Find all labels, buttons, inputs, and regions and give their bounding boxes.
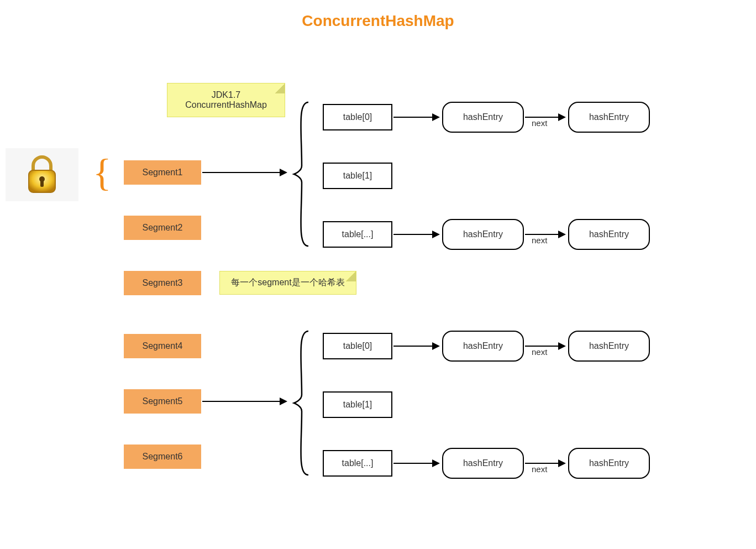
brace-icon: {	[93, 154, 112, 192]
next-label: next	[532, 118, 547, 128]
arrow-head-icon	[558, 459, 566, 467]
lock-icon	[24, 155, 60, 195]
segment-4: Segment4	[124, 334, 201, 358]
segment-3: Segment3	[124, 271, 201, 295]
arrow-head-icon	[558, 342, 566, 350]
hash-entry: hashEntry	[442, 448, 524, 479]
note-jdk-line1: JDK1.7	[176, 90, 276, 100]
note-jdk: JDK1.7 ConcurrentHashMap	[167, 83, 285, 117]
segment-1: Segment1	[124, 160, 201, 185]
arrow-line	[202, 172, 280, 173]
arrow-line	[393, 234, 432, 235]
hash-entry: hashEntry	[568, 448, 650, 479]
arrow-line	[202, 401, 280, 402]
arrow-head-icon	[558, 231, 566, 238]
table-cell-na: table[...]	[323, 221, 392, 248]
arrow-head-icon	[280, 169, 287, 176]
table-cell-1b: table[1]	[323, 391, 392, 418]
segment-6: Segment6	[124, 445, 201, 469]
arrow-line	[525, 463, 558, 464]
brace-group-2	[292, 328, 312, 478]
hash-entry: hashEntry	[442, 331, 524, 362]
table-cell-nb: table[...]	[323, 450, 392, 477]
arrow-head-icon	[432, 459, 440, 467]
hash-entry: hashEntry	[568, 331, 650, 362]
arrow-head-icon	[558, 113, 566, 121]
arrow-head-icon	[432, 231, 440, 238]
next-label: next	[532, 236, 547, 245]
brace-group-1	[292, 100, 312, 249]
next-label: next	[532, 464, 547, 474]
next-label: next	[532, 347, 547, 357]
hash-entry: hashEntry	[442, 102, 524, 133]
diagram-title: ConcurrentHashMap	[0, 12, 756, 30]
segment-2: Segment2	[124, 216, 201, 240]
arrow-line	[525, 117, 558, 118]
arrow-head-icon	[432, 342, 440, 350]
arrow-line	[525, 346, 558, 347]
note-jdk-line2: ConcurrentHashMap	[176, 100, 276, 110]
segment-5: Segment5	[124, 389, 201, 414]
arrow-line	[393, 463, 432, 464]
hash-entry: hashEntry	[568, 102, 650, 133]
note-segment-desc: 每一个segment是一个哈希表	[219, 271, 356, 295]
lock-container	[6, 148, 78, 201]
table-cell-1a: table[1]	[323, 163, 392, 189]
arrow-line	[393, 117, 432, 118]
arrow-line	[393, 346, 432, 347]
arrow-head-icon	[432, 113, 440, 121]
table-cell-0a: table[0]	[323, 104, 392, 130]
hash-entry: hashEntry	[568, 219, 650, 250]
arrow-head-icon	[280, 398, 287, 405]
arrow-line	[525, 234, 558, 235]
table-cell-0b: table[0]	[323, 333, 392, 359]
hash-entry: hashEntry	[442, 219, 524, 250]
svg-rect-2	[40, 180, 44, 187]
